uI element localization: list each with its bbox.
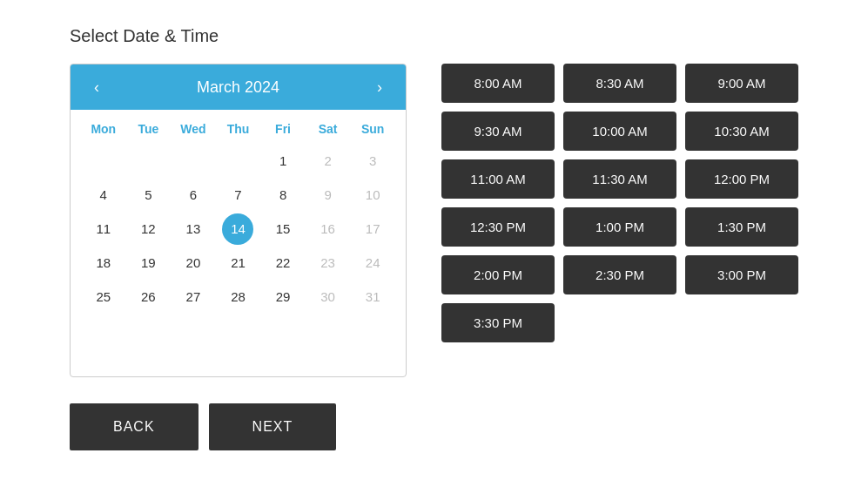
calendar-day[interactable]: 26 [126, 281, 172, 313]
time-slot-button[interactable]: 9:30 AM [441, 112, 555, 151]
calendar-day[interactable]: 21 [216, 247, 261, 279]
calendar-day[interactable]: 20 [171, 247, 216, 279]
next-button[interactable]: NEXT [209, 403, 337, 450]
next-month-button[interactable]: › [367, 75, 392, 99]
time-slot-button[interactable]: 3:30 PM [441, 303, 555, 342]
calendar-day[interactable]: 22 [260, 247, 306, 279]
calendar-day[interactable]: 29 [260, 281, 306, 313]
calendar-day[interactable]: 5 [126, 179, 172, 211]
calendar-day-other[interactable]: 16 [306, 213, 351, 245]
calendar-day-other[interactable]: 17 [350, 213, 395, 245]
calendar-day-empty [171, 145, 216, 177]
day-header-wed: Wed [171, 117, 216, 141]
bottom-buttons: BACK NEXT [70, 403, 798, 450]
day-header-fri: Fri [260, 117, 306, 141]
calendar-day-other[interactable]: 2 [306, 145, 351, 177]
time-slot-button[interactable]: 11:30 AM [563, 159, 676, 199]
calendar-day-empty [126, 145, 172, 177]
time-slot-button[interactable]: 9:00 AM [685, 64, 798, 103]
calendar-day[interactable]: 18 [81, 247, 126, 279]
day-header-mon: Mon [81, 117, 126, 141]
time-slot-button[interactable]: 8:00 AM [441, 64, 555, 103]
calendar-day-other[interactable]: 23 [306, 247, 351, 279]
day-header-sun: Sun [350, 117, 395, 141]
calendar-grid: Mon Tue Wed Thu Fri Sat Sun 123456789101… [71, 110, 406, 327]
calendar-day-empty [216, 145, 261, 177]
calendar: ‹ March 2024 › Mon Tue Wed Thu Fri Sat S… [70, 64, 407, 377]
time-slot-button[interactable]: 3:00 PM [685, 255, 798, 294]
calendar-day-other[interactable]: 10 [350, 179, 395, 211]
content-row: ‹ March 2024 › Mon Tue Wed Thu Fri Sat S… [70, 64, 798, 377]
calendar-day[interactable]: 6 [171, 179, 216, 211]
back-button[interactable]: BACK [70, 403, 198, 450]
calendar-header: ‹ March 2024 › [71, 64, 406, 110]
time-slot-button[interactable]: 2:00 PM [441, 255, 555, 294]
time-slot-button[interactable]: 1:30 PM [685, 207, 798, 247]
calendar-day[interactable]: 12 [126, 213, 172, 245]
calendar-day[interactable]: 25 [81, 281, 126, 313]
time-slot-button[interactable]: 12:30 PM [441, 207, 555, 247]
calendar-day[interactable]: 1 [260, 145, 306, 177]
prev-month-button[interactable]: ‹ [84, 75, 109, 99]
calendar-day[interactable]: 7 [216, 179, 261, 211]
calendar-day-empty [81, 145, 126, 177]
calendar-day-selected[interactable]: 14 [222, 213, 253, 245]
time-slot-button[interactable]: 10:30 AM [685, 112, 798, 151]
calendar-day-other[interactable]: 31 [350, 281, 395, 313]
time-slot-button[interactable]: 12:00 PM [685, 159, 798, 199]
time-slot-button[interactable]: 1:00 PM [563, 207, 676, 247]
calendar-day[interactable]: 28 [216, 281, 261, 313]
calendar-day-other[interactable]: 24 [350, 247, 395, 279]
day-header-thu: Thu [216, 117, 261, 141]
day-header-tue: Tue [126, 117, 172, 141]
calendar-day[interactable]: 13 [171, 213, 216, 245]
calendar-day-other[interactable]: 9 [306, 179, 351, 211]
calendar-day-other[interactable]: 30 [306, 281, 351, 313]
page-title: Select Date & Time [70, 26, 798, 46]
time-slots: 8:00 AM8:30 AM9:00 AM9:30 AM10:00 AM10:3… [441, 64, 798, 342]
page-container: Select Date & Time ‹ March 2024 › Mon Tu… [70, 26, 798, 450]
calendar-day-other[interactable]: 3 [350, 145, 395, 177]
calendar-day[interactable]: 15 [260, 213, 306, 245]
month-label: March 2024 [197, 78, 279, 97]
time-slot-button[interactable]: 11:00 AM [441, 159, 555, 199]
time-slot-button[interactable]: 2:30 PM [563, 255, 676, 294]
day-header-sat: Sat [306, 117, 351, 141]
calendar-days: 1234567891011121314151617181920212223242… [81, 145, 395, 313]
time-slot-button[interactable]: 10:00 AM [563, 112, 676, 151]
time-slot-button[interactable]: 8:30 AM [563, 64, 676, 103]
calendar-day[interactable]: 4 [81, 179, 126, 211]
calendar-day[interactable]: 8 [260, 179, 306, 211]
calendar-day[interactable]: 19 [126, 247, 172, 279]
day-headers: Mon Tue Wed Thu Fri Sat Sun [81, 117, 395, 141]
calendar-day[interactable]: 27 [171, 281, 216, 313]
calendar-day[interactable]: 11 [81, 213, 126, 245]
